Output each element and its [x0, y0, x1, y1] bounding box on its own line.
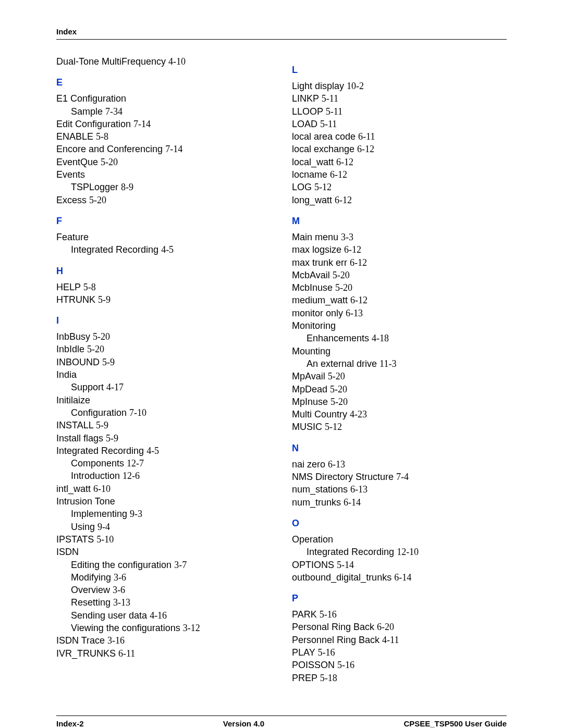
entry-page-ref: 5-20 [101, 157, 118, 167]
entry-text: Mounting [292, 346, 331, 356]
entry-text: MpInuse [292, 397, 328, 407]
entry-page-ref: 7-4 [396, 472, 409, 482]
entry-page-ref: 6-12 [330, 169, 347, 180]
index-entry: IVR_TRUNKS 6-11 [56, 647, 271, 660]
index-entry: MpAvail 5-20 [292, 370, 507, 382]
index-entry: Light display 10-2 [292, 80, 507, 92]
entry-text: LOG [292, 182, 312, 192]
entry-text: intl_watt [56, 484, 91, 494]
index-entry: PLAY 5-16 [292, 646, 507, 659]
index-letter: P [292, 593, 507, 604]
entry-text: PLAY [292, 647, 315, 658]
entry-page-ref: 4-5 [146, 446, 159, 456]
entry-text: local area code [292, 131, 356, 142]
header-title: Index [56, 27, 77, 36]
entry-text: Editing the configuration [71, 560, 172, 570]
index-entry: Integrated Recording 4-5 [56, 243, 271, 256]
index-entry: INSTALL 5-9 [56, 419, 271, 431]
entry-text: Personal Ring Back [292, 622, 374, 632]
entry-page-ref: 5-16 [320, 609, 337, 620]
index-entry: Support 4-17 [56, 381, 271, 393]
entry-text: Operation [292, 534, 333, 545]
entry-text: outbound_digital_trunks [292, 572, 391, 583]
entry-text: Dual-Tone MultiFrequency [56, 56, 166, 67]
entry-page-ref: 8-9 [121, 182, 133, 192]
entry-text: LOAD [292, 119, 317, 129]
entry-text: NMS Directory Structure [292, 472, 394, 482]
index-entry: POISSON 5-16 [292, 659, 507, 671]
entry-page-ref: 4-11 [382, 635, 399, 645]
entry-text: Modifying [71, 572, 111, 583]
entry-page-ref: 5-16 [317, 647, 335, 658]
entry-text: IVR_TRUNKS [56, 648, 116, 659]
entry-page-ref: 5-20 [93, 331, 110, 342]
entry-page-ref: 6-12 [350, 295, 368, 305]
entry-page-ref: 6-10 [93, 484, 111, 494]
entry-text: max logsize [292, 244, 341, 255]
index-entry: locname 6-12 [292, 168, 507, 181]
entry-page-ref: 5-11 [322, 93, 338, 104]
entry-text: LINKP [292, 93, 319, 104]
index-entry: India [56, 368, 271, 381]
entry-page-ref: 7-10 [129, 408, 146, 418]
index-entry: MpDead 5-20 [292, 383, 507, 396]
entry-page-ref: 5-12 [325, 422, 342, 432]
entry-page-ref: 6-13 [350, 484, 368, 495]
index-entry: INBOUND 5-9 [56, 356, 271, 368]
entry-page-ref: 6-11 [358, 131, 375, 142]
index-entry: OPTIONS 5-14 [292, 559, 507, 571]
index-entry: EventQue 5-20 [56, 156, 271, 168]
entry-text: Personnel Ring Back [292, 635, 380, 645]
entry-text: Implementing [71, 509, 127, 519]
entry-text: medium_watt [292, 295, 348, 305]
entry-text: MUSIC [292, 422, 322, 432]
entry-page-ref: 6-20 [377, 622, 394, 632]
index-letter: H [56, 266, 271, 277]
entry-page-ref: 4-18 [372, 333, 389, 343]
entry-text: Encore and Conferencing [56, 144, 163, 154]
index-entry: Configuration 7-10 [56, 406, 271, 419]
entry-page-ref: 5-18 [320, 673, 337, 683]
entry-text: McbAvail [292, 270, 330, 280]
entry-text: Light display [292, 81, 344, 91]
index-entry: num_trunks 6-14 [292, 496, 507, 509]
index-entry: An external drive 11-3 [292, 357, 507, 370]
index-entry: LLOOP 5-11 [292, 105, 507, 118]
index-entry: IPSTATS 5-10 [56, 533, 271, 546]
index-letter: L [292, 65, 507, 76]
index-entry: Initilaize [56, 394, 271, 406]
entry-text: Viewing the configurations [71, 623, 180, 633]
entry-text: InbBusy [56, 331, 90, 342]
entry-text: Sending user data [71, 610, 147, 621]
entry-page-ref: 5-11 [320, 119, 337, 129]
index-entry: local exchange 6-12 [292, 143, 507, 155]
entry-text: An external drive [307, 359, 377, 369]
entry-text: Resetting [71, 597, 111, 608]
index-entry: LOG 5-12 [292, 181, 507, 193]
index-entry: Viewing the configurations 3-12 [56, 622, 271, 634]
index-letter: F [56, 216, 271, 227]
index-entry: Multi Country 4-23 [292, 408, 507, 421]
entry-text: InbIdle [56, 344, 84, 354]
index-entry: McbAvail 5-20 [292, 269, 507, 281]
entry-text: E1 Configuration [56, 93, 126, 104]
index-entry: Modifying 3-6 [56, 571, 271, 584]
entry-text: TSPLogger [71, 182, 118, 192]
entry-text: LLOOP [292, 106, 323, 117]
entry-page-ref: 7-14 [165, 144, 182, 154]
entry-text: Introduction [71, 471, 120, 481]
entry-page-ref: 9-3 [130, 509, 142, 519]
entry-text: Configuration [71, 408, 127, 418]
entry-text: local_watt [292, 157, 334, 167]
entry-page-ref: 3-7 [174, 560, 187, 570]
entry-text: Main menu [292, 232, 338, 242]
entry-text: ISDN Trace [56, 635, 105, 646]
entry-text: Intrusion Tone [56, 496, 115, 507]
entry-text: Integrated Recording [71, 244, 158, 255]
entry-page-ref: 4-5 [161, 244, 174, 255]
index-entry: LINKP 5-11 [292, 92, 507, 105]
entry-text: local exchange [292, 144, 354, 154]
index-column-left: Dual-Tone MultiFrequency 4-10EE1 Configu… [56, 55, 271, 684]
index-entry: InbBusy 5-20 [56, 330, 271, 343]
index-entry: McbInuse 5-20 [292, 281, 507, 294]
